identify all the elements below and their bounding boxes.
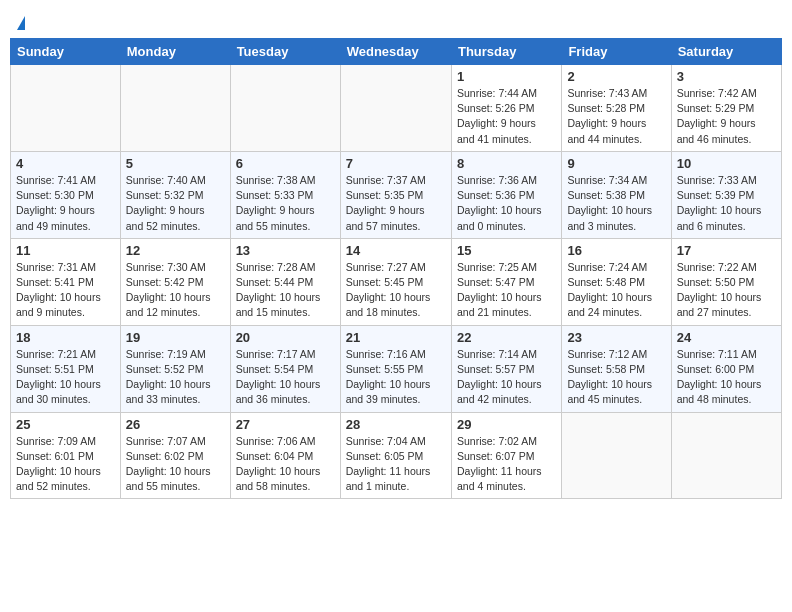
day-number: 28 bbox=[346, 417, 446, 432]
day-info: Sunrise: 7:44 AMSunset: 5:26 PMDaylight:… bbox=[457, 86, 556, 147]
day-info: Sunrise: 7:09 AMSunset: 6:01 PMDaylight:… bbox=[16, 434, 115, 495]
calendar-week-row: 18Sunrise: 7:21 AMSunset: 5:51 PMDayligh… bbox=[11, 325, 782, 412]
calendar-cell: 2Sunrise: 7:43 AMSunset: 5:28 PMDaylight… bbox=[562, 65, 671, 152]
day-info: Sunrise: 7:19 AMSunset: 5:52 PMDaylight:… bbox=[126, 347, 225, 408]
calendar-cell: 29Sunrise: 7:02 AMSunset: 6:07 PMDayligh… bbox=[451, 412, 561, 499]
day-info: Sunrise: 7:25 AMSunset: 5:47 PMDaylight:… bbox=[457, 260, 556, 321]
calendar-cell: 28Sunrise: 7:04 AMSunset: 6:05 PMDayligh… bbox=[340, 412, 451, 499]
calendar-cell bbox=[120, 65, 230, 152]
day-info: Sunrise: 7:17 AMSunset: 5:54 PMDaylight:… bbox=[236, 347, 335, 408]
calendar-header-row: SundayMondayTuesdayWednesdayThursdayFrid… bbox=[11, 39, 782, 65]
calendar-cell: 25Sunrise: 7:09 AMSunset: 6:01 PMDayligh… bbox=[11, 412, 121, 499]
calendar-cell: 13Sunrise: 7:28 AMSunset: 5:44 PMDayligh… bbox=[230, 238, 340, 325]
day-number: 19 bbox=[126, 330, 225, 345]
calendar-week-row: 25Sunrise: 7:09 AMSunset: 6:01 PMDayligh… bbox=[11, 412, 782, 499]
calendar-cell: 26Sunrise: 7:07 AMSunset: 6:02 PMDayligh… bbox=[120, 412, 230, 499]
calendar-cell: 27Sunrise: 7:06 AMSunset: 6:04 PMDayligh… bbox=[230, 412, 340, 499]
day-info: Sunrise: 7:28 AMSunset: 5:44 PMDaylight:… bbox=[236, 260, 335, 321]
day-info: Sunrise: 7:22 AMSunset: 5:50 PMDaylight:… bbox=[677, 260, 776, 321]
header-cell-friday: Friday bbox=[562, 39, 671, 65]
day-info: Sunrise: 7:16 AMSunset: 5:55 PMDaylight:… bbox=[346, 347, 446, 408]
header-cell-sunday: Sunday bbox=[11, 39, 121, 65]
day-info: Sunrise: 7:42 AMSunset: 5:29 PMDaylight:… bbox=[677, 86, 776, 147]
day-info: Sunrise: 7:02 AMSunset: 6:07 PMDaylight:… bbox=[457, 434, 556, 495]
day-number: 2 bbox=[567, 69, 665, 84]
day-number: 16 bbox=[567, 243, 665, 258]
calendar-cell: 3Sunrise: 7:42 AMSunset: 5:29 PMDaylight… bbox=[671, 65, 781, 152]
day-info: Sunrise: 7:38 AMSunset: 5:33 PMDaylight:… bbox=[236, 173, 335, 234]
day-info: Sunrise: 7:37 AMSunset: 5:35 PMDaylight:… bbox=[346, 173, 446, 234]
day-number: 22 bbox=[457, 330, 556, 345]
day-number: 8 bbox=[457, 156, 556, 171]
header-cell-tuesday: Tuesday bbox=[230, 39, 340, 65]
calendar-cell: 24Sunrise: 7:11 AMSunset: 6:00 PMDayligh… bbox=[671, 325, 781, 412]
day-number: 26 bbox=[126, 417, 225, 432]
day-number: 18 bbox=[16, 330, 115, 345]
calendar-cell: 7Sunrise: 7:37 AMSunset: 5:35 PMDaylight… bbox=[340, 151, 451, 238]
calendar-cell bbox=[562, 412, 671, 499]
header-cell-thursday: Thursday bbox=[451, 39, 561, 65]
day-number: 7 bbox=[346, 156, 446, 171]
calendar-cell: 1Sunrise: 7:44 AMSunset: 5:26 PMDaylight… bbox=[451, 65, 561, 152]
day-info: Sunrise: 7:07 AMSunset: 6:02 PMDaylight:… bbox=[126, 434, 225, 495]
calendar-week-row: 1Sunrise: 7:44 AMSunset: 5:26 PMDaylight… bbox=[11, 65, 782, 152]
day-number: 25 bbox=[16, 417, 115, 432]
calendar-week-row: 4Sunrise: 7:41 AMSunset: 5:30 PMDaylight… bbox=[11, 151, 782, 238]
day-number: 24 bbox=[677, 330, 776, 345]
day-number: 15 bbox=[457, 243, 556, 258]
calendar-cell: 19Sunrise: 7:19 AMSunset: 5:52 PMDayligh… bbox=[120, 325, 230, 412]
calendar-cell: 16Sunrise: 7:24 AMSunset: 5:48 PMDayligh… bbox=[562, 238, 671, 325]
day-info: Sunrise: 7:12 AMSunset: 5:58 PMDaylight:… bbox=[567, 347, 665, 408]
day-info: Sunrise: 7:11 AMSunset: 6:00 PMDaylight:… bbox=[677, 347, 776, 408]
calendar-cell: 15Sunrise: 7:25 AMSunset: 5:47 PMDayligh… bbox=[451, 238, 561, 325]
calendar-week-row: 11Sunrise: 7:31 AMSunset: 5:41 PMDayligh… bbox=[11, 238, 782, 325]
day-info: Sunrise: 7:04 AMSunset: 6:05 PMDaylight:… bbox=[346, 434, 446, 495]
day-number: 27 bbox=[236, 417, 335, 432]
day-info: Sunrise: 7:40 AMSunset: 5:32 PMDaylight:… bbox=[126, 173, 225, 234]
calendar-cell bbox=[340, 65, 451, 152]
header-cell-monday: Monday bbox=[120, 39, 230, 65]
day-number: 4 bbox=[16, 156, 115, 171]
day-number: 13 bbox=[236, 243, 335, 258]
day-number: 20 bbox=[236, 330, 335, 345]
calendar-cell: 10Sunrise: 7:33 AMSunset: 5:39 PMDayligh… bbox=[671, 151, 781, 238]
day-info: Sunrise: 7:14 AMSunset: 5:57 PMDaylight:… bbox=[457, 347, 556, 408]
day-info: Sunrise: 7:34 AMSunset: 5:38 PMDaylight:… bbox=[567, 173, 665, 234]
day-info: Sunrise: 7:41 AMSunset: 5:30 PMDaylight:… bbox=[16, 173, 115, 234]
calendar-cell: 6Sunrise: 7:38 AMSunset: 5:33 PMDaylight… bbox=[230, 151, 340, 238]
day-info: Sunrise: 7:06 AMSunset: 6:04 PMDaylight:… bbox=[236, 434, 335, 495]
header-cell-saturday: Saturday bbox=[671, 39, 781, 65]
calendar-cell bbox=[11, 65, 121, 152]
calendar-cell: 17Sunrise: 7:22 AMSunset: 5:50 PMDayligh… bbox=[671, 238, 781, 325]
calendar-cell: 12Sunrise: 7:30 AMSunset: 5:42 PMDayligh… bbox=[120, 238, 230, 325]
day-number: 17 bbox=[677, 243, 776, 258]
day-number: 12 bbox=[126, 243, 225, 258]
day-number: 9 bbox=[567, 156, 665, 171]
day-number: 14 bbox=[346, 243, 446, 258]
day-number: 23 bbox=[567, 330, 665, 345]
calendar-cell bbox=[230, 65, 340, 152]
calendar-cell: 8Sunrise: 7:36 AMSunset: 5:36 PMDaylight… bbox=[451, 151, 561, 238]
day-info: Sunrise: 7:27 AMSunset: 5:45 PMDaylight:… bbox=[346, 260, 446, 321]
calendar-cell: 9Sunrise: 7:34 AMSunset: 5:38 PMDaylight… bbox=[562, 151, 671, 238]
page-header bbox=[10, 10, 782, 30]
day-info: Sunrise: 7:31 AMSunset: 5:41 PMDaylight:… bbox=[16, 260, 115, 321]
day-info: Sunrise: 7:21 AMSunset: 5:51 PMDaylight:… bbox=[16, 347, 115, 408]
calendar-cell: 4Sunrise: 7:41 AMSunset: 5:30 PMDaylight… bbox=[11, 151, 121, 238]
day-info: Sunrise: 7:36 AMSunset: 5:36 PMDaylight:… bbox=[457, 173, 556, 234]
calendar-cell: 11Sunrise: 7:31 AMSunset: 5:41 PMDayligh… bbox=[11, 238, 121, 325]
day-number: 3 bbox=[677, 69, 776, 84]
logo bbox=[14, 16, 25, 30]
day-info: Sunrise: 7:43 AMSunset: 5:28 PMDaylight:… bbox=[567, 86, 665, 147]
day-info: Sunrise: 7:24 AMSunset: 5:48 PMDaylight:… bbox=[567, 260, 665, 321]
logo-triangle-icon bbox=[17, 16, 25, 30]
calendar-cell: 18Sunrise: 7:21 AMSunset: 5:51 PMDayligh… bbox=[11, 325, 121, 412]
calendar-cell: 22Sunrise: 7:14 AMSunset: 5:57 PMDayligh… bbox=[451, 325, 561, 412]
day-number: 29 bbox=[457, 417, 556, 432]
calendar-cell: 23Sunrise: 7:12 AMSunset: 5:58 PMDayligh… bbox=[562, 325, 671, 412]
calendar-cell: 20Sunrise: 7:17 AMSunset: 5:54 PMDayligh… bbox=[230, 325, 340, 412]
calendar-cell: 14Sunrise: 7:27 AMSunset: 5:45 PMDayligh… bbox=[340, 238, 451, 325]
day-info: Sunrise: 7:33 AMSunset: 5:39 PMDaylight:… bbox=[677, 173, 776, 234]
day-number: 1 bbox=[457, 69, 556, 84]
day-number: 21 bbox=[346, 330, 446, 345]
